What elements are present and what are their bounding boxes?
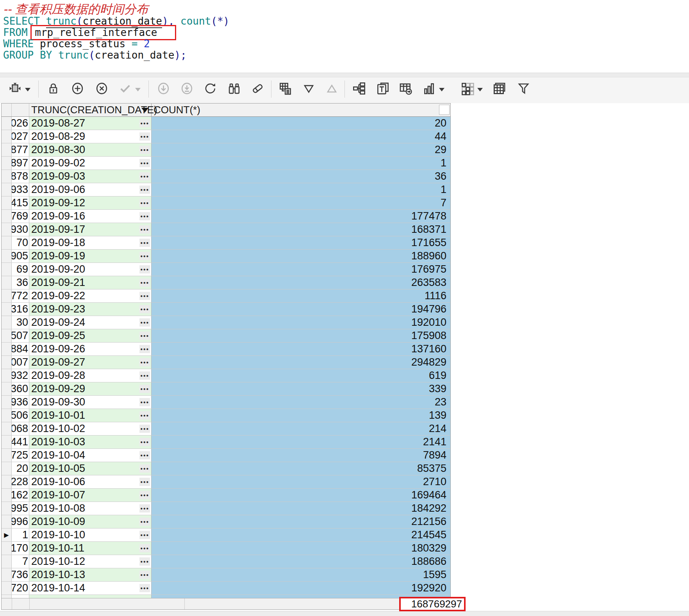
- row-indicator[interactable]: [2, 449, 12, 462]
- row-id-cell[interactable]: 736: [12, 568, 29, 581]
- row-indicator[interactable]: [2, 250, 12, 262]
- cell-ellipsis-button[interactable]: ●●●: [139, 531, 150, 539]
- clear-button[interactable]: [249, 80, 266, 98]
- chart-button[interactable]: [420, 80, 437, 98]
- date-cell[interactable]: 2019-09-03●●●: [29, 170, 152, 183]
- row-indicator[interactable]: [2, 382, 12, 395]
- cell-ellipsis-button[interactable]: ●●●: [139, 478, 150, 486]
- row-indicator[interactable]: [2, 568, 12, 581]
- table-row[interactable]: 7252019-10-04●●●7894: [2, 449, 450, 462]
- table-row[interactable]: 7692019-09-16●●●177478: [2, 210, 450, 223]
- row-id-cell[interactable]: 30: [12, 316, 29, 329]
- date-cell[interactable]: 2019-10-08●●●: [29, 502, 152, 515]
- row-indicator[interactable]: [2, 396, 12, 409]
- date-cell[interactable]: 2019-09-02●●●: [29, 157, 152, 170]
- date-cell[interactable]: 2019-09-27●●●: [29, 356, 152, 369]
- table-row[interactable]: 9052019-09-19●●●188960: [2, 250, 450, 263]
- row-id-cell[interactable]: 162: [12, 489, 29, 502]
- count-cell[interactable]: 176975: [152, 263, 450, 276]
- count-cell[interactable]: 192010: [152, 316, 450, 329]
- table-row[interactable]: 9332019-09-06●●●1: [2, 183, 450, 196]
- row-indicator[interactable]: [2, 436, 12, 448]
- date-cell[interactable]: 2019-09-25●●●: [29, 329, 152, 342]
- row-id-cell[interactable]: 441: [12, 436, 29, 448]
- row-indicator[interactable]: [2, 130, 12, 143]
- cell-ellipsis-button[interactable]: ●●●: [139, 212, 150, 220]
- row-id-cell[interactable]: 507: [12, 329, 29, 342]
- row-indicator[interactable]: [2, 515, 12, 528]
- table-row[interactable]: 3602019-09-29●●●339: [2, 382, 450, 396]
- row-id-cell[interactable]: 20: [12, 462, 29, 475]
- table-row[interactable]: 692019-09-20●●●176975: [2, 263, 450, 276]
- row-indicator[interactable]: [2, 196, 12, 209]
- row-id-cell[interactable]: 905: [12, 250, 29, 262]
- table-row[interactable]: 5062019-10-01●●●139: [2, 409, 450, 422]
- table-row[interactable]: 9322019-09-28●●●619: [2, 369, 450, 382]
- row-id-cell[interactable]: 772: [12, 289, 29, 302]
- lock-record-button[interactable]: [45, 80, 62, 98]
- date-cell[interactable]: 2019-09-23●●●: [29, 303, 152, 316]
- row-indicator[interactable]: [2, 462, 12, 475]
- row-id-cell[interactable]: 897: [12, 157, 29, 170]
- cell-ellipsis-button[interactable]: ●●●: [139, 411, 150, 420]
- cell-ellipsis-button[interactable]: ●●●: [139, 159, 150, 167]
- sql-editor[interactable]: -- 查看积压数据的时间分布 SELECT trunc(creation_dat…: [0, 0, 547, 73]
- cell-ellipsis-button[interactable]: ●●●: [139, 438, 150, 446]
- date-cell[interactable]: 2019-09-16●●●: [29, 210, 152, 223]
- count-cell[interactable]: 619: [152, 369, 450, 382]
- date-cell[interactable]: 2019-09-18●●●: [29, 236, 152, 249]
- row-indicator[interactable]: [2, 489, 12, 502]
- table-row[interactable]: 9952019-10-08●●●184292: [2, 502, 450, 515]
- row-indicator[interactable]: [2, 236, 12, 249]
- row-id-cell[interactable]: 725: [12, 449, 29, 462]
- count-cell[interactable]: 177478: [152, 210, 450, 223]
- master-detail-button[interactable]: [350, 80, 368, 98]
- post-changes-button[interactable]: [116, 80, 134, 98]
- fetch-next-page-button[interactable]: [155, 80, 172, 98]
- date-cell[interactable]: 2019-10-04●●●: [29, 449, 152, 462]
- text-viewer-button[interactable]: [374, 80, 391, 98]
- table-row[interactable]: 9362019-09-30●●●23: [2, 396, 450, 409]
- row-indicator[interactable]: [2, 542, 12, 555]
- date-cell[interactable]: 2019-09-12●●●: [29, 196, 152, 209]
- cell-ellipsis-button[interactable]: ●●●: [139, 358, 150, 366]
- row-id-cell[interactable]: 068: [12, 422, 29, 435]
- count-cell[interactable]: 169464: [152, 489, 450, 502]
- table-row[interactable]: 5072019-09-25●●●175908: [2, 329, 450, 343]
- date-cell[interactable]: 2019-10-01●●●: [29, 409, 152, 422]
- row-id-cell[interactable]: 877: [12, 143, 29, 156]
- table-row[interactable]: 8972019-09-02●●●1: [2, 157, 450, 170]
- cell-ellipsis-button[interactable]: ●●●: [139, 305, 150, 313]
- row-indicator[interactable]: [2, 263, 12, 276]
- date-cell[interactable]: 2019-10-05●●●: [29, 462, 152, 475]
- delete-record-button[interactable]: [93, 80, 110, 98]
- table-row[interactable]: 3162019-09-23●●●194796: [2, 303, 450, 316]
- table-row[interactable]: 0682019-10-02●●●214: [2, 422, 450, 436]
- table-row[interactable]: 0272019-08-29●●●44: [2, 130, 450, 143]
- cell-ellipsis-button[interactable]: ●●●: [139, 318, 150, 327]
- count-cell[interactable]: 212156: [152, 515, 450, 528]
- count-cell[interactable]: 168371: [152, 223, 450, 236]
- count-cell[interactable]: 214: [152, 422, 450, 435]
- count-cell[interactable]: 7: [152, 196, 450, 209]
- count-cell[interactable]: 188686: [152, 555, 450, 568]
- cell-ellipsis-button[interactable]: ●●●: [139, 225, 150, 234]
- cell-ellipsis-button[interactable]: ●●●: [139, 119, 150, 127]
- row-indicator[interactable]: [2, 157, 12, 170]
- count-cell[interactable]: 137160: [152, 343, 450, 355]
- row-indicator[interactable]: [2, 356, 12, 369]
- count-cell[interactable]: 171655: [152, 236, 450, 249]
- row-id-cell[interactable]: 720: [12, 582, 29, 595]
- row-id-cell[interactable]: 360: [12, 382, 29, 395]
- count-cell[interactable]: 85375: [152, 462, 450, 475]
- fetch-all-button[interactable]: [178, 80, 195, 98]
- row-id-cell[interactable]: 930: [12, 223, 29, 236]
- row-id-cell[interactable]: 228: [12, 475, 29, 488]
- cell-ellipsis-button[interactable]: ●●●: [139, 199, 150, 207]
- row-indicator[interactable]: [2, 475, 12, 488]
- cell-ellipsis-button[interactable]: ●●●: [139, 425, 150, 433]
- column-header-count[interactable]: COUNT(*): [152, 104, 450, 116]
- count-cell[interactable]: 1595: [152, 568, 450, 581]
- date-cell[interactable]: 2019-09-19●●●: [29, 250, 152, 262]
- dropdown-caret-icon[interactable]: [135, 88, 141, 91]
